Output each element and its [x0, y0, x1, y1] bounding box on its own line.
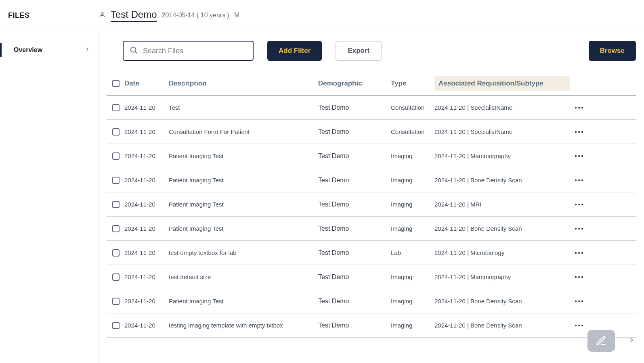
cell-associated: 2024-11-20 | SpecialistName — [434, 104, 570, 111]
row-checkbox[interactable] — [112, 104, 120, 111]
search-icon — [129, 46, 138, 56]
row-checkbox[interactable] — [112, 201, 120, 208]
cell-associated: 2024-11-20 | MRI — [434, 201, 570, 208]
svg-point-7 — [581, 131, 583, 132]
column-type[interactable]: Type — [391, 79, 434, 88]
row-actions-button[interactable] — [570, 177, 588, 184]
svg-point-8 — [575, 155, 577, 156]
cell-date: 2024-11-20 — [124, 225, 169, 232]
row-checkbox[interactable] — [112, 177, 120, 184]
cell-date: 2024-11-20 — [124, 128, 169, 135]
cell-associated: 2024-11-20 | Bone Density Scan — [434, 225, 570, 232]
row-actions-button[interactable] — [570, 298, 588, 305]
cell-demographic: Test Demo — [318, 201, 391, 208]
search-input-wrapper[interactable] — [123, 41, 254, 61]
column-associated[interactable]: Associated Requisition/Subtype — [434, 76, 570, 91]
svg-point-11 — [575, 179, 577, 181]
svg-point-20 — [575, 252, 577, 253]
svg-point-3 — [578, 106, 580, 108]
cell-demographic: Test Demo — [318, 273, 391, 281]
search-input[interactable] — [142, 46, 247, 56]
svg-point-21 — [578, 252, 580, 253]
cell-type: Consultation — [391, 128, 434, 135]
row-checkbox[interactable] — [112, 249, 120, 257]
cell-date: 2024-11-20 — [124, 201, 169, 208]
table-row: 2024-11-20test default sizeTest DemoImag… — [107, 265, 636, 289]
svg-point-1 — [131, 47, 136, 52]
cell-description: Test — [169, 104, 318, 111]
cell-description: test empty textbox for lab — [169, 249, 318, 256]
cell-description: Consultation Form For Patient — [169, 128, 318, 135]
cell-description: testing imaging template with empty txtb… — [169, 322, 318, 329]
svg-point-28 — [581, 300, 583, 302]
sidebar-item-overview[interactable]: Overview — [0, 43, 98, 57]
cell-date: 2024-11-20 — [124, 298, 169, 305]
cell-associated: 2024-11-20 | SpecialistName — [434, 128, 570, 135]
row-actions-button[interactable] — [570, 249, 588, 257]
svg-point-18 — [578, 227, 580, 229]
table-row: 2024-11-20testing imaging template with … — [107, 313, 636, 338]
svg-point-2 — [575, 106, 577, 108]
table-row: 2024-11-20Patient Imaging TestTest DemoI… — [107, 168, 636, 192]
column-date[interactable]: Date — [124, 79, 169, 88]
cell-associated: 2024-11-20 | Bone Density Scan — [434, 177, 570, 184]
brand-title: FILES — [8, 11, 99, 20]
cell-description: Patient Imaging Test — [169, 152, 318, 159]
row-checkbox[interactable] — [112, 298, 120, 305]
row-checkbox[interactable] — [112, 273, 120, 281]
select-all-checkbox[interactable] — [112, 80, 120, 87]
cell-associated: 2024-11-20 | Mammography — [434, 273, 570, 280]
cell-associated: 2024-11-20 | Microbiology — [434, 249, 570, 256]
svg-point-14 — [575, 203, 577, 205]
cell-demographic: Test Demo — [318, 249, 391, 257]
row-actions-button[interactable] — [570, 104, 588, 111]
patient-name[interactable]: Test Demo — [111, 9, 157, 22]
svg-point-19 — [581, 227, 583, 229]
export-button[interactable]: Export — [336, 41, 382, 61]
cell-description: Patient Imaging Test — [169, 225, 318, 232]
add-filter-button[interactable]: Add Filter — [267, 41, 322, 61]
svg-point-15 — [578, 203, 580, 205]
cell-date: 2024-11-20 — [124, 273, 169, 280]
row-actions-button[interactable] — [570, 273, 588, 281]
row-checkbox[interactable] — [112, 152, 120, 160]
svg-point-23 — [575, 276, 577, 277]
cell-description: Patient Imaging Test — [169, 298, 318, 305]
cell-date: 2024-11-20 — [124, 104, 169, 111]
cell-date: 2024-11-20 — [124, 177, 169, 184]
svg-point-31 — [581, 324, 583, 326]
row-actions-button[interactable] — [570, 225, 588, 232]
svg-point-24 — [578, 276, 580, 277]
row-checkbox[interactable] — [112, 225, 120, 232]
cell-type: Imaging — [391, 225, 434, 232]
cell-description: Patient Imaging Test — [169, 177, 318, 184]
svg-point-30 — [578, 324, 580, 326]
row-checkbox[interactable] — [112, 128, 120, 136]
cell-date: 2024-11-20 — [124, 322, 169, 329]
svg-point-27 — [578, 300, 580, 302]
cell-associated: 2024-11-20 | Mammography — [434, 152, 570, 159]
row-actions-button[interactable] — [570, 201, 588, 208]
svg-point-5 — [575, 131, 577, 132]
cell-type: Imaging — [391, 177, 434, 184]
column-demographic[interactable]: Demographic — [318, 79, 391, 88]
cell-date: 2024-11-20 — [124, 249, 169, 256]
row-actions-button[interactable] — [570, 152, 588, 160]
chevron-right-icon — [84, 46, 90, 54]
browse-button[interactable]: Browse — [589, 41, 636, 61]
compose-fab[interactable] — [587, 330, 615, 352]
person-icon — [99, 11, 106, 20]
chevron-right-panel-icon[interactable] — [627, 336, 636, 346]
row-actions-button[interactable] — [570, 128, 588, 136]
row-actions-button[interactable] — [570, 322, 588, 329]
cell-demographic: Test Demo — [318, 225, 391, 232]
table-row: 2024-11-20test empty textbox for labTest… — [107, 241, 636, 265]
row-checkbox[interactable] — [112, 322, 120, 329]
svg-point-10 — [581, 155, 583, 156]
svg-point-9 — [578, 155, 580, 156]
table-row: 2024-11-20Patient Imaging TestTest DemoI… — [107, 144, 636, 168]
svg-point-25 — [581, 276, 583, 277]
patient-sex: M — [234, 12, 239, 19]
svg-point-6 — [578, 131, 580, 132]
column-description[interactable]: Description — [169, 79, 318, 88]
